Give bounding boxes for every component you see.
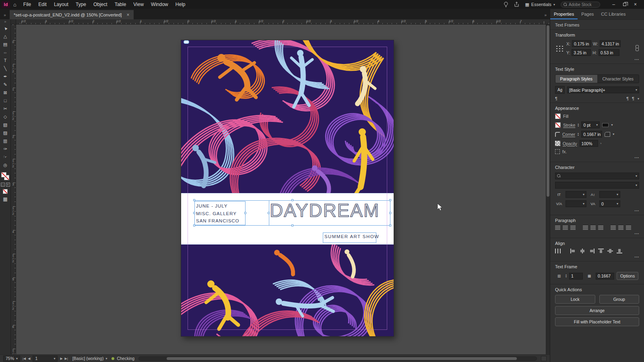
screen-mode-icon[interactable]: ▦ xyxy=(3,196,7,202)
hand-tool[interactable]: ☞ xyxy=(0,153,10,161)
selection-handle[interactable] xyxy=(193,224,195,226)
tools-collapse-icon[interactable]: » xyxy=(4,19,6,24)
fx-label[interactable]: fx. xyxy=(562,149,567,154)
first-page-button[interactable]: |◀ xyxy=(23,357,26,360)
fill-placeholder-text-button[interactable]: Fill with Placeholder Text xyxy=(555,317,639,326)
align-more-options[interactable]: ••• xyxy=(555,255,639,259)
chevron-down-icon[interactable]: ▾ xyxy=(613,132,614,136)
subtitle-text[interactable]: SUMMER ART SHOW xyxy=(324,234,379,239)
menu-item[interactable]: Type xyxy=(72,2,90,7)
opacity-expand-icon[interactable]: › xyxy=(601,142,602,145)
tab-pages[interactable]: Pages xyxy=(578,9,597,19)
transform-more-options[interactable]: ••• xyxy=(555,58,639,61)
selection-handle[interactable] xyxy=(268,212,270,214)
arrange-button[interactable]: Arrange xyxy=(555,306,639,315)
pasteboard[interactable]: JUNE - JULY MISC. GALLERY SAN FRANCISCO … xyxy=(16,25,546,354)
fill-color-swatch[interactable] xyxy=(1,172,6,177)
selection-handle[interactable] xyxy=(244,212,246,214)
next-page-button[interactable]: ▶ xyxy=(60,357,62,360)
document-tab[interactable]: *set-up-a-postcard_END_V2.indd @ 150% [C… xyxy=(10,10,134,19)
opacity-label[interactable]: Opacity xyxy=(563,141,577,146)
character-styles-tab[interactable]: Character Styles xyxy=(597,75,639,83)
scissors-tool[interactable]: ✂ xyxy=(0,105,10,113)
group-button[interactable]: Group xyxy=(599,295,640,304)
x-input[interactable]: 0.175 in xyxy=(572,40,591,47)
gradient-swatch-tool[interactable]: ▧ xyxy=(0,121,10,129)
preflight-profile-dropdown[interactable]: [Basic] (working) ▾ xyxy=(70,356,109,362)
paragraph-styles-tab[interactable]: Paragraph Styles xyxy=(555,75,597,83)
pen-tool[interactable]: ✒ xyxy=(0,72,10,80)
rectangle-frame-tool[interactable]: ⊠ xyxy=(0,88,10,97)
zoom-tool[interactable]: ◎ xyxy=(0,161,10,169)
align-left-edges-icon[interactable] xyxy=(570,249,576,253)
justify-all-icon[interactable] xyxy=(611,226,616,230)
fill-swatch[interactable] xyxy=(555,113,561,119)
selection-tool[interactable]: ▲ xyxy=(0,24,10,32)
close-window-button[interactable]: × xyxy=(630,0,641,9)
align-left-icon[interactable] xyxy=(555,226,560,230)
direct-selection-tool[interactable]: △ xyxy=(0,32,10,40)
opacity-input[interactable]: 100% xyxy=(580,140,598,147)
menu-item[interactable]: Window xyxy=(147,2,172,7)
pencil-tool[interactable]: ✎ xyxy=(0,80,10,88)
formatting-affects-container-icon[interactable]: □ xyxy=(1,183,5,187)
distribute-icon[interactable] xyxy=(555,249,561,253)
menu-item[interactable]: Table xyxy=(111,2,130,7)
last-page-button[interactable]: ▶| xyxy=(65,357,68,360)
stroke-color-chip[interactable] xyxy=(602,123,609,127)
tab-overflow-icon[interactable]: » xyxy=(0,13,10,19)
align-top-edges-icon[interactable] xyxy=(598,249,604,253)
gradient-feather-tool[interactable]: ▨ xyxy=(0,129,10,137)
redefine-style-icon[interactable]: ¶ xyxy=(626,96,629,101)
corner-size-input[interactable]: 0.1667 in xyxy=(581,131,602,138)
dock-overflow-icon[interactable]: » xyxy=(544,13,550,19)
link-badge-icon[interactable] xyxy=(184,40,189,44)
selection-bounding-box[interactable] xyxy=(194,200,390,226)
font-style-dropdown[interactable]: ▾ xyxy=(555,182,639,189)
stock-search-input[interactable]: Adobe Stock xyxy=(561,2,600,8)
h-input[interactable]: 0.53 in xyxy=(599,49,619,56)
formatting-affects-text-icon[interactable]: T xyxy=(6,183,10,187)
corner-stepper[interactable]: ▴▾ xyxy=(578,132,579,136)
share-icon[interactable] xyxy=(514,2,519,7)
home-icon[interactable]: ⌂ xyxy=(13,2,17,8)
inset-input[interactable]: 0.1667 xyxy=(596,273,614,280)
justify-center-icon[interactable] xyxy=(590,226,596,230)
lock-button[interactable]: Lock xyxy=(555,295,595,304)
stroke-weight-input[interactable]: 0 pt▾ xyxy=(581,121,600,128)
line-tool[interactable]: ╲ xyxy=(0,64,10,72)
workspace-switcher[interactable]: ▦ Essentials ▾ xyxy=(525,2,555,7)
selection-handle[interactable] xyxy=(291,224,293,226)
object-effects-icon[interactable] xyxy=(555,149,560,154)
rectangle-tool[interactable]: □ xyxy=(0,97,10,105)
align-bottom-edges-icon[interactable] xyxy=(617,249,622,253)
chevron-down-icon[interactable]: ▾ xyxy=(611,123,613,127)
menu-item[interactable]: File xyxy=(20,2,35,7)
tab-cc-libraries[interactable]: CC Libraries xyxy=(597,9,629,19)
selection-handle[interactable] xyxy=(193,199,195,201)
y-input[interactable]: 3.25 in xyxy=(572,49,591,56)
justify-left-icon[interactable] xyxy=(583,226,588,230)
minimize-button[interactable]: – xyxy=(608,0,619,9)
align-horizontal-centers-icon[interactable] xyxy=(580,249,585,253)
style-override-icon[interactable]: ¶ xyxy=(632,96,634,101)
kerning-input[interactable]: ▾ xyxy=(566,200,586,207)
page-tool[interactable]: ▤ xyxy=(0,40,10,48)
indent-right-icon[interactable] xyxy=(626,226,631,230)
apply-none-button[interactable] xyxy=(3,189,8,194)
paragraph-more-options[interactable]: ••• xyxy=(555,232,639,235)
app-logo[interactable]: Id xyxy=(2,1,10,8)
gap-tool[interactable]: ⇔ xyxy=(0,48,10,56)
previous-page-button[interactable]: ◀ xyxy=(28,357,30,360)
vertical-scrollbar-thumb[interactable] xyxy=(547,25,549,197)
vertical-scrollbar[interactable] xyxy=(546,25,550,354)
align-center-icon[interactable] xyxy=(563,226,568,230)
menu-item[interactable]: Help xyxy=(172,2,189,7)
horizontal-scrollbar[interactable] xyxy=(138,356,537,361)
note-tool[interactable]: ▥ xyxy=(0,137,10,145)
document-page[interactable]: JUNE - JULY MISC. GALLERY SAN FRANCISCO … xyxy=(181,40,394,336)
vertical-ruler[interactable]: 1/201/211/221/231/241/251/261/2 xyxy=(11,25,16,354)
horizontal-scrollbar-thumb[interactable] xyxy=(167,357,516,360)
text-frame-options-button[interactable]: Options xyxy=(617,272,638,280)
selection-handle[interactable] xyxy=(291,199,293,201)
